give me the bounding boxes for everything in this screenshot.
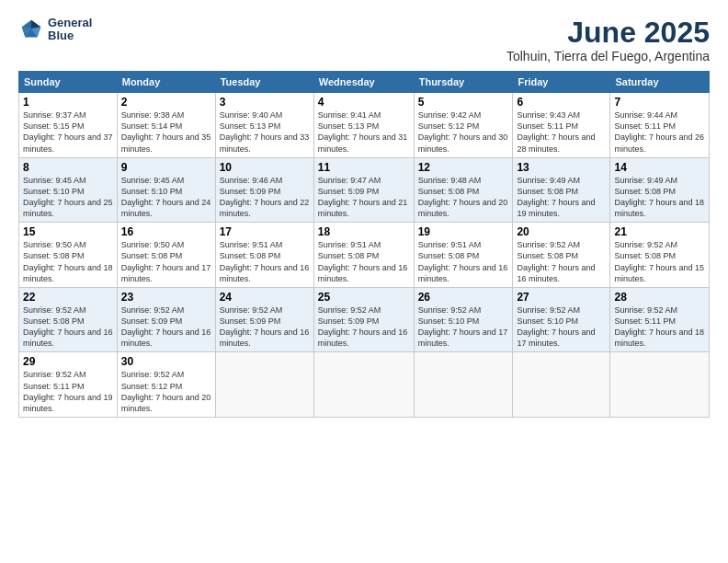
day-number: 26 bbox=[418, 291, 509, 304]
day-number: 10 bbox=[220, 161, 310, 174]
col-tuesday: Tuesday bbox=[215, 72, 313, 93]
header: General Blue June 2025 Tolhuin, Tierra d… bbox=[18, 17, 710, 63]
day-info: Sunrise: 9:50 AMSunset: 5:08 PMDaylight:… bbox=[121, 240, 211, 282]
table-cell: 10 Sunrise: 9:46 AMSunset: 5:09 PMDaylig… bbox=[215, 157, 313, 223]
day-number: 3 bbox=[220, 96, 310, 109]
day-number: 15 bbox=[23, 225, 113, 238]
day-info: Sunrise: 9:52 AMSunset: 5:08 PMDaylight:… bbox=[614, 240, 704, 282]
location-title: Tolhuin, Tierra del Fuego, Argentina bbox=[506, 49, 710, 63]
table-cell: 13 Sunrise: 9:49 AMSunset: 5:08 PMDaylig… bbox=[513, 157, 610, 223]
day-info: Sunrise: 9:52 AMSunset: 5:08 PMDaylight:… bbox=[517, 240, 595, 282]
table-row: 29 Sunrise: 9:52 AMSunset: 5:11 PMDaylig… bbox=[19, 352, 710, 418]
day-number: 23 bbox=[121, 291, 211, 304]
table-cell bbox=[414, 352, 513, 418]
calendar-table: Sunday Monday Tuesday Wednesday Thursday… bbox=[18, 71, 710, 418]
day-info: Sunrise: 9:50 AMSunset: 5:08 PMDaylight:… bbox=[23, 240, 113, 282]
day-info: Sunrise: 9:38 AMSunset: 5:14 PMDaylight:… bbox=[121, 110, 211, 153]
day-info: Sunrise: 9:45 AMSunset: 5:10 PMDaylight:… bbox=[23, 176, 113, 218]
table-row: 15 Sunrise: 9:50 AMSunset: 5:08 PMDaylig… bbox=[19, 223, 710, 288]
table-cell: 20 Sunrise: 9:52 AMSunset: 5:08 PMDaylig… bbox=[513, 223, 610, 288]
day-info: Sunrise: 9:52 AMSunset: 5:09 PMDaylight:… bbox=[121, 305, 211, 348]
col-wednesday: Wednesday bbox=[313, 72, 414, 93]
table-row: 8 Sunrise: 9:45 AMSunset: 5:10 PMDayligh… bbox=[19, 157, 710, 223]
day-info: Sunrise: 9:51 AMSunset: 5:08 PMDaylight:… bbox=[418, 240, 508, 282]
day-number: 27 bbox=[517, 291, 606, 304]
day-number: 2 bbox=[121, 96, 211, 109]
table-cell: 4 Sunrise: 9:41 AMSunset: 5:13 PMDayligh… bbox=[313, 93, 414, 158]
table-cell: 24 Sunrise: 9:52 AMSunset: 5:09 PMDaylig… bbox=[215, 287, 313, 352]
day-info: Sunrise: 9:37 AMSunset: 5:15 PMDaylight:… bbox=[23, 110, 113, 153]
day-info: Sunrise: 9:52 AMSunset: 5:09 PMDaylight:… bbox=[220, 305, 310, 348]
day-number: 30 bbox=[121, 355, 211, 368]
col-thursday: Thursday bbox=[414, 72, 513, 93]
table-cell: 29 Sunrise: 9:52 AMSunset: 5:11 PMDaylig… bbox=[19, 352, 118, 418]
day-number: 6 bbox=[517, 96, 606, 109]
day-number: 28 bbox=[614, 291, 705, 304]
table-cell: 14 Sunrise: 9:49 AMSunset: 5:08 PMDaylig… bbox=[610, 157, 710, 223]
day-info: Sunrise: 9:51 AMSunset: 5:08 PMDaylight:… bbox=[318, 240, 408, 282]
table-cell: 22 Sunrise: 9:52 AMSunset: 5:08 PMDaylig… bbox=[19, 287, 118, 352]
day-number: 17 bbox=[220, 225, 310, 238]
day-info: Sunrise: 9:52 AMSunset: 5:09 PMDaylight:… bbox=[318, 305, 408, 348]
table-cell bbox=[610, 352, 710, 418]
table-cell: 11 Sunrise: 9:47 AMSunset: 5:09 PMDaylig… bbox=[313, 157, 414, 223]
day-info: Sunrise: 9:42 AMSunset: 5:12 PMDaylight:… bbox=[418, 110, 508, 153]
day-info: Sunrise: 9:40 AMSunset: 5:13 PMDaylight:… bbox=[220, 110, 310, 153]
table-cell: 3 Sunrise: 9:40 AMSunset: 5:13 PMDayligh… bbox=[215, 93, 313, 158]
day-info: Sunrise: 9:52 AMSunset: 5:10 PMDaylight:… bbox=[418, 305, 508, 348]
table-cell: 19 Sunrise: 9:51 AMSunset: 5:08 PMDaylig… bbox=[414, 223, 513, 288]
day-info: Sunrise: 9:49 AMSunset: 5:08 PMDaylight:… bbox=[614, 176, 704, 218]
day-info: Sunrise: 9:52 AMSunset: 5:11 PMDaylight:… bbox=[23, 370, 113, 412]
table-cell: 2 Sunrise: 9:38 AMSunset: 5:14 PMDayligh… bbox=[117, 93, 215, 158]
table-row: 1 Sunrise: 9:37 AMSunset: 5:15 PMDayligh… bbox=[19, 93, 710, 158]
logo-text: General Blue bbox=[48, 17, 92, 43]
table-cell: 16 Sunrise: 9:50 AMSunset: 5:08 PMDaylig… bbox=[117, 223, 215, 288]
day-info: Sunrise: 9:43 AMSunset: 5:11 PMDaylight:… bbox=[517, 110, 595, 153]
table-cell: 5 Sunrise: 9:42 AMSunset: 5:12 PMDayligh… bbox=[414, 93, 513, 158]
day-number: 9 bbox=[121, 161, 211, 174]
day-info: Sunrise: 9:52 AMSunset: 5:10 PMDaylight:… bbox=[517, 305, 595, 348]
table-cell: 8 Sunrise: 9:45 AMSunset: 5:10 PMDayligh… bbox=[19, 157, 118, 223]
day-number: 1 bbox=[23, 96, 113, 109]
day-info: Sunrise: 9:52 AMSunset: 5:11 PMDaylight:… bbox=[614, 305, 704, 348]
day-number: 13 bbox=[517, 161, 606, 174]
table-cell: 30 Sunrise: 9:52 AMSunset: 5:12 PMDaylig… bbox=[117, 352, 215, 418]
title-area: June 2025 Tolhuin, Tierra del Fuego, Arg… bbox=[506, 17, 710, 63]
day-number: 19 bbox=[418, 225, 509, 238]
table-cell bbox=[313, 352, 414, 418]
col-monday: Monday bbox=[117, 72, 215, 93]
day-number: 8 bbox=[23, 161, 113, 174]
logo: General Blue bbox=[18, 17, 92, 43]
day-info: Sunrise: 9:52 AMSunset: 5:08 PMDaylight:… bbox=[23, 305, 113, 348]
day-number: 14 bbox=[614, 161, 705, 174]
day-number: 29 bbox=[23, 355, 113, 368]
day-number: 7 bbox=[614, 96, 705, 109]
table-cell: 15 Sunrise: 9:50 AMSunset: 5:08 PMDaylig… bbox=[19, 223, 118, 288]
day-number: 24 bbox=[220, 291, 310, 304]
table-cell: 26 Sunrise: 9:52 AMSunset: 5:10 PMDaylig… bbox=[414, 287, 513, 352]
logo-icon bbox=[18, 17, 44, 42]
col-sunday: Sunday bbox=[19, 72, 118, 93]
day-number: 22 bbox=[23, 291, 113, 304]
day-info: Sunrise: 9:49 AMSunset: 5:08 PMDaylight:… bbox=[517, 176, 595, 218]
col-saturday: Saturday bbox=[610, 72, 710, 93]
table-cell: 7 Sunrise: 9:44 AMSunset: 5:11 PMDayligh… bbox=[610, 93, 710, 158]
table-cell: 17 Sunrise: 9:51 AMSunset: 5:08 PMDaylig… bbox=[215, 223, 313, 288]
day-info: Sunrise: 9:46 AMSunset: 5:09 PMDaylight:… bbox=[220, 176, 310, 218]
day-number: 21 bbox=[614, 225, 705, 238]
table-cell: 21 Sunrise: 9:52 AMSunset: 5:08 PMDaylig… bbox=[610, 223, 710, 288]
month-title: June 2025 bbox=[506, 17, 710, 49]
day-info: Sunrise: 9:41 AMSunset: 5:13 PMDaylight:… bbox=[318, 110, 408, 153]
table-cell: 23 Sunrise: 9:52 AMSunset: 5:09 PMDaylig… bbox=[117, 287, 215, 352]
day-info: Sunrise: 9:52 AMSunset: 5:12 PMDaylight:… bbox=[121, 370, 211, 412]
day-info: Sunrise: 9:45 AMSunset: 5:10 PMDaylight:… bbox=[121, 176, 211, 218]
table-cell: 9 Sunrise: 9:45 AMSunset: 5:10 PMDayligh… bbox=[117, 157, 215, 223]
day-info: Sunrise: 9:51 AMSunset: 5:08 PMDaylight:… bbox=[220, 240, 310, 282]
day-number: 20 bbox=[517, 225, 606, 238]
day-number: 16 bbox=[121, 225, 211, 238]
day-number: 12 bbox=[418, 161, 509, 174]
table-cell: 12 Sunrise: 9:48 AMSunset: 5:08 PMDaylig… bbox=[414, 157, 513, 223]
header-row: Sunday Monday Tuesday Wednesday Thursday… bbox=[19, 72, 710, 93]
day-number: 11 bbox=[318, 161, 410, 174]
table-cell: 25 Sunrise: 9:52 AMSunset: 5:09 PMDaylig… bbox=[313, 287, 414, 352]
